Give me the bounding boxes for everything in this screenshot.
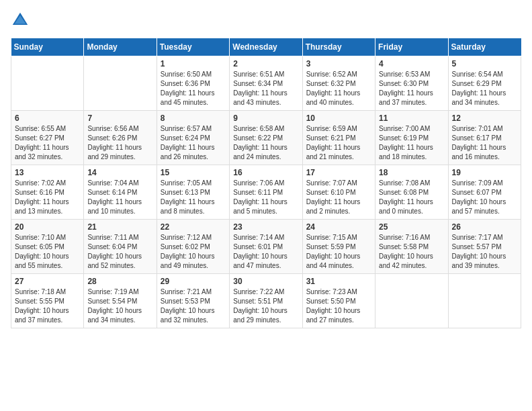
calendar-cell: 3Sunrise: 6:52 AM Sunset: 6:32 PM Daylig… [302, 56, 375, 111]
day-info: Sunrise: 6:56 AM Sunset: 6:26 PM Dayligh… [87, 124, 152, 162]
day-info: Sunrise: 7:16 AM Sunset: 5:58 PM Dayligh… [379, 233, 444, 271]
day-number: 25 [379, 222, 444, 232]
calendar-cell: 10Sunrise: 6:59 AM Sunset: 6:21 PM Dayli… [302, 111, 375, 165]
day-info: Sunrise: 6:55 AM Sunset: 6:27 PM Dayligh… [15, 124, 80, 162]
week-row: 1Sunrise: 6:50 AM Sunset: 6:36 PM Daylig… [11, 56, 521, 111]
day-info: Sunrise: 7:11 AM Sunset: 6:04 PM Dayligh… [87, 233, 152, 271]
week-row: 20Sunrise: 7:10 AM Sunset: 6:05 PM Dayli… [11, 220, 521, 274]
day-of-week-header: Saturday [448, 38, 521, 56]
day-number: 12 [452, 113, 517, 123]
day-number: 15 [161, 168, 226, 177]
day-number: 13 [15, 168, 80, 177]
day-of-week-header: Friday [375, 38, 448, 56]
calendar-cell: 29Sunrise: 7:21 AM Sunset: 5:53 PM Dayli… [157, 274, 229, 328]
calendar-cell: 15Sunrise: 7:05 AM Sunset: 6:13 PM Dayli… [157, 165, 229, 220]
calendar-cell: 7Sunrise: 6:56 AM Sunset: 6:26 PM Daylig… [84, 111, 157, 165]
day-info: Sunrise: 7:19 AM Sunset: 5:54 PM Dayligh… [87, 287, 152, 325]
day-info: Sunrise: 7:18 AM Sunset: 5:55 PM Dayligh… [15, 287, 80, 325]
calendar-cell: 27Sunrise: 7:18 AM Sunset: 5:55 PM Dayli… [11, 274, 84, 328]
logo [11, 11, 32, 30]
day-number: 2 [233, 59, 298, 68]
calendar-cell: 23Sunrise: 7:14 AM Sunset: 6:01 PM Dayli… [230, 220, 302, 274]
day-info: Sunrise: 7:10 AM Sunset: 6:05 PM Dayligh… [15, 233, 80, 271]
day-of-week-header: Wednesday [230, 38, 302, 56]
calendar-cell: 20Sunrise: 7:10 AM Sunset: 6:05 PM Dayli… [11, 220, 84, 274]
day-number: 21 [87, 222, 152, 232]
day-info: Sunrise: 7:08 AM Sunset: 6:08 PM Dayligh… [379, 179, 444, 216]
calendar-cell: 17Sunrise: 7:07 AM Sunset: 6:10 PM Dayli… [302, 165, 375, 220]
calendar-cell: 6Sunrise: 6:55 AM Sunset: 6:27 PM Daylig… [11, 111, 84, 165]
calendar-cell: 26Sunrise: 7:17 AM Sunset: 5:57 PM Dayli… [448, 220, 521, 274]
day-info: Sunrise: 7:06 AM Sunset: 6:11 PM Dayligh… [233, 179, 298, 216]
calendar-cell: 22Sunrise: 7:12 AM Sunset: 6:02 PM Dayli… [157, 220, 229, 274]
day-info: Sunrise: 6:50 AM Sunset: 6:36 PM Dayligh… [161, 70, 226, 107]
day-number: 3 [306, 59, 371, 68]
day-number: 11 [379, 113, 444, 123]
day-number: 31 [306, 277, 371, 286]
calendar-cell [448, 274, 521, 328]
day-number: 27 [15, 277, 80, 286]
calendar-cell [84, 56, 157, 111]
day-number: 18 [379, 168, 444, 177]
day-number: 19 [452, 168, 517, 177]
day-info: Sunrise: 7:22 AM Sunset: 5:51 PM Dayligh… [233, 287, 298, 325]
day-info: Sunrise: 6:52 AM Sunset: 6:32 PM Dayligh… [306, 70, 371, 107]
day-info: Sunrise: 7:23 AM Sunset: 5:50 PM Dayligh… [306, 287, 371, 325]
day-info: Sunrise: 7:09 AM Sunset: 6:07 PM Dayligh… [452, 179, 517, 216]
calendar-cell: 31Sunrise: 7:23 AM Sunset: 5:50 PM Dayli… [302, 274, 375, 328]
day-info: Sunrise: 7:04 AM Sunset: 6:14 PM Dayligh… [87, 179, 152, 216]
day-number: 26 [452, 222, 517, 232]
day-header-row: SundayMondayTuesdayWednesdayThursdayFrid… [11, 38, 521, 56]
calendar-cell: 9Sunrise: 6:58 AM Sunset: 6:22 PM Daylig… [230, 111, 302, 165]
calendar-cell: 5Sunrise: 6:54 AM Sunset: 6:29 PM Daylig… [448, 56, 521, 111]
day-number: 24 [306, 222, 371, 232]
day-number: 10 [306, 113, 371, 123]
day-info: Sunrise: 6:51 AM Sunset: 6:34 PM Dayligh… [233, 70, 298, 107]
calendar-cell: 30Sunrise: 7:22 AM Sunset: 5:51 PM Dayli… [230, 274, 302, 328]
day-number: 29 [161, 277, 226, 286]
day-number: 22 [161, 222, 226, 232]
day-number: 28 [87, 277, 152, 286]
logo-icon [11, 11, 30, 30]
day-number: 17 [306, 168, 371, 177]
calendar-cell: 4Sunrise: 6:53 AM Sunset: 6:30 PM Daylig… [375, 56, 448, 111]
calendar-cell: 18Sunrise: 7:08 AM Sunset: 6:08 PM Dayli… [375, 165, 448, 220]
day-info: Sunrise: 6:57 AM Sunset: 6:24 PM Dayligh… [161, 124, 226, 162]
day-info: Sunrise: 7:00 AM Sunset: 6:19 PM Dayligh… [379, 124, 444, 162]
day-of-week-header: Thursday [302, 38, 375, 56]
day-number: 20 [15, 222, 80, 232]
calendar-cell: 21Sunrise: 7:11 AM Sunset: 6:04 PM Dayli… [84, 220, 157, 274]
day-info: Sunrise: 6:59 AM Sunset: 6:21 PM Dayligh… [306, 124, 371, 162]
calendar-cell: 11Sunrise: 7:00 AM Sunset: 6:19 PM Dayli… [375, 111, 448, 165]
day-info: Sunrise: 7:05 AM Sunset: 6:13 PM Dayligh… [161, 179, 226, 216]
calendar-table: SundayMondayTuesdayWednesdayThursdayFrid… [11, 38, 521, 328]
calendar-cell [375, 274, 448, 328]
day-info: Sunrise: 6:54 AM Sunset: 6:29 PM Dayligh… [452, 70, 517, 107]
day-of-week-header: Monday [84, 38, 157, 56]
day-of-week-header: Sunday [11, 38, 84, 56]
week-row: 6Sunrise: 6:55 AM Sunset: 6:27 PM Daylig… [11, 111, 521, 165]
day-info: Sunrise: 7:14 AM Sunset: 6:01 PM Dayligh… [233, 233, 298, 271]
calendar-cell: 14Sunrise: 7:04 AM Sunset: 6:14 PM Dayli… [84, 165, 157, 220]
day-number: 23 [233, 222, 298, 232]
calendar-cell: 25Sunrise: 7:16 AM Sunset: 5:58 PM Dayli… [375, 220, 448, 274]
day-number: 4 [379, 59, 444, 68]
day-number: 14 [87, 168, 152, 177]
day-info: Sunrise: 7:02 AM Sunset: 6:16 PM Dayligh… [15, 179, 80, 216]
calendar-cell: 19Sunrise: 7:09 AM Sunset: 6:07 PM Dayli… [448, 165, 521, 220]
page-header [11, 11, 521, 30]
day-info: Sunrise: 6:58 AM Sunset: 6:22 PM Dayligh… [233, 124, 298, 162]
calendar-cell: 13Sunrise: 7:02 AM Sunset: 6:16 PM Dayli… [11, 165, 84, 220]
calendar-cell: 24Sunrise: 7:15 AM Sunset: 5:59 PM Dayli… [302, 220, 375, 274]
week-row: 13Sunrise: 7:02 AM Sunset: 6:16 PM Dayli… [11, 165, 521, 220]
calendar-cell: 1Sunrise: 6:50 AM Sunset: 6:36 PM Daylig… [157, 56, 229, 111]
day-info: Sunrise: 7:15 AM Sunset: 5:59 PM Dayligh… [306, 233, 371, 271]
calendar-cell: 16Sunrise: 7:06 AM Sunset: 6:11 PM Dayli… [230, 165, 302, 220]
day-info: Sunrise: 7:07 AM Sunset: 6:10 PM Dayligh… [306, 179, 371, 216]
calendar-cell: 8Sunrise: 6:57 AM Sunset: 6:24 PM Daylig… [157, 111, 229, 165]
day-number: 7 [87, 113, 152, 123]
day-number: 16 [233, 168, 298, 177]
day-info: Sunrise: 7:01 AM Sunset: 6:17 PM Dayligh… [452, 124, 517, 162]
day-number: 1 [161, 59, 226, 68]
day-info: Sunrise: 6:53 AM Sunset: 6:30 PM Dayligh… [379, 70, 444, 107]
